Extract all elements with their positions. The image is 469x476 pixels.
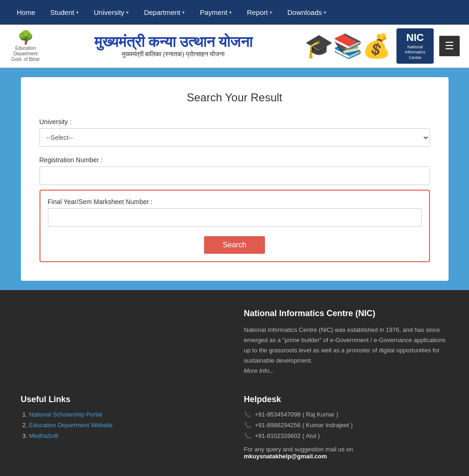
dept-name-line2: Govt. of Bihar [11, 57, 40, 62]
dept-logo: 🌳 Education Department Govt. of Bihar [9, 32, 42, 60]
link-nsp[interactable]: National Scholarship Portal [29, 411, 102, 418]
footer: National Informatics Centre (NIC) Nation… [0, 290, 469, 476]
search-button[interactable]: Search [204, 236, 265, 254]
mail-address[interactable]: mkuysnatakhelp@gmail.com [244, 453, 449, 460]
phone-icon-2: 📞 [244, 422, 251, 429]
university-group: University : --Select-- [40, 118, 430, 147]
nav-university[interactable]: University + [86, 0, 137, 25]
nic-label: NIC [401, 31, 429, 45]
useful-links-list: National Scholarship Portal Education De… [21, 411, 225, 439]
footer-nic: National Informatics Centre (NIC) Nation… [244, 309, 449, 376]
nic-footer-desc: National Informatics Centre (NIC) was es… [244, 325, 449, 366]
search-btn-wrapper: Search [48, 236, 422, 254]
list-item: National Scholarship Portal [29, 411, 225, 418]
nav-home[interactable]: Home [9, 0, 43, 25]
contact-3-text: +91-8102326602 ( Atul ) [255, 432, 320, 439]
graduation-icon: 🎓📚💰 [304, 33, 391, 60]
dept-name-line1: Education Department [9, 46, 42, 57]
nic-more-info[interactable]: More Info... [244, 367, 275, 374]
nav-payment-plus: + [229, 9, 232, 16]
helpdesk-title: Helpdesk [244, 395, 449, 404]
phone-icon-3: 📞 [244, 432, 251, 439]
nic-logo: NIC National Informatics Centre [396, 28, 434, 64]
nav-department[interactable]: Department + [137, 0, 192, 25]
nav-report-plus: + [269, 9, 272, 16]
header-logo: 🌳 Education Department Govt. of Bihar [9, 32, 42, 60]
footer-grid: National Informatics Centre (NIC) Nation… [21, 309, 449, 460]
nav-downloads[interactable]: Downloads + [280, 0, 334, 25]
search-card: Search Your Result University : --Select… [21, 77, 449, 281]
helpdesk-contact-3: 📞 +91-8102326602 ( Atul ) [244, 432, 449, 439]
scheme-subtitle-hindi: मुख्यमंत्री बालिका (स्नातक) प्रोत्साहन य… [42, 51, 304, 58]
university-select[interactable]: --Select-- [40, 128, 430, 147]
nav-report[interactable]: Report + [239, 0, 280, 25]
link-edu-dept[interactable]: Education Department Website [29, 422, 113, 429]
marksheet-group: Final Year/Sem Marksheet Number : [48, 198, 422, 227]
nav-university-plus: + [126, 9, 129, 16]
nav-payment[interactable]: Payment + [192, 0, 239, 25]
list-item: Education Department Website [29, 422, 225, 429]
useful-links-title: Useful Links [21, 395, 225, 404]
main-nav: Home Student + University + Department +… [0, 0, 469, 25]
tree-icon: 🌳 [18, 30, 34, 46]
header-title: मुख्यमंत्री कन्या उत्थान योजना मुख्यमंत्… [42, 33, 304, 58]
registration-label: Registration Number : [40, 156, 430, 164]
nav-downloads-plus: + [324, 9, 327, 16]
contact-1-text: +91-9534547098 ( Raj Kumar ) [255, 411, 338, 418]
marksheet-input[interactable] [48, 208, 422, 227]
list-item: MedhaSoft [29, 432, 225, 439]
marksheet-label: Final Year/Sem Marksheet Number : [48, 198, 422, 205]
nic-footer-title: National Informatics Centre (NIC) [244, 309, 449, 318]
university-label: University : [40, 118, 430, 126]
nic-sublabel: National Informatics Centre [401, 45, 429, 61]
search-title: Search Your Result [40, 91, 430, 104]
helpdesk-contact-2: 📞 +91-8986294256 ( Kumar Indrajeet ) [244, 422, 449, 429]
footer-helpdesk: Helpdesk 📞 +91-9534547098 ( Raj Kumar ) … [244, 395, 449, 460]
footer-useful-links: Useful Links National Scholarship Portal… [21, 395, 225, 460]
helpdesk-contact-1: 📞 +91-9534547098 ( Raj Kumar ) [244, 411, 449, 418]
mail-note: For any query and suggestion mail us on [244, 446, 449, 453]
phone-icon-1: 📞 [244, 411, 251, 418]
scheme-title-hindi: मुख्यमंत्री कन्या उत्थान योजना [42, 33, 304, 51]
nav-department-plus: + [182, 9, 185, 16]
link-medhasoft[interactable]: MedhaSoft [29, 432, 59, 439]
registration-group: Registration Number : [40, 156, 430, 185]
highlight-box: Final Year/Sem Marksheet Number : Search [40, 190, 430, 262]
footer-left-empty [21, 309, 225, 376]
contact-2-text: +91-8986294256 ( Kumar Indrajeet ) [255, 422, 353, 429]
header-right: 🎓📚💰 NIC National Informatics Centre ☰ [304, 28, 460, 64]
nav-student-plus: + [76, 9, 79, 16]
registration-input[interactable] [40, 166, 430, 185]
nav-student[interactable]: Student + [43, 0, 86, 25]
hamburger-button[interactable]: ☰ [439, 36, 460, 56]
header-banner: 🌳 Education Department Govt. of Bihar मु… [0, 25, 469, 68]
main-content: Search Your Result University : --Select… [0, 68, 469, 290]
